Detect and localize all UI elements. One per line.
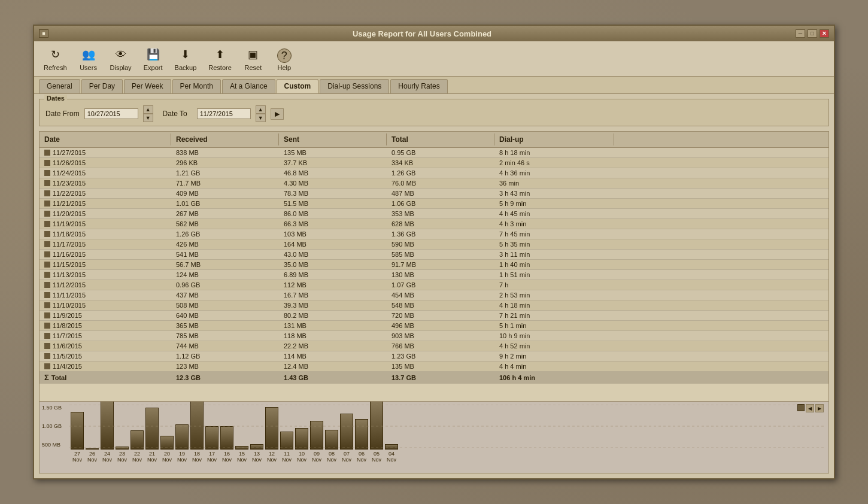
col-dialup: Dial-up	[494, 133, 614, 145]
cell-sent: 78.3 MB	[279, 189, 387, 198]
dates-container: Dates Date From ▲ ▼ Date To ▲ ▼ ▶	[39, 99, 829, 126]
table-row: 11/19/2015 562 MB 66.3 MB 628 MB 4 h 3 m…	[40, 219, 828, 229]
cell-total-total: 13.7 GB	[387, 372, 494, 383]
row-icon	[44, 292, 50, 298]
cell-received: 508 MB	[171, 300, 279, 310]
row-icon	[44, 201, 50, 207]
cell-sent: 112 MB	[279, 280, 387, 290]
chart-y-label-mid: 1.00 GB	[42, 423, 62, 429]
row-icon	[44, 363, 50, 369]
cell-date: 11/10/2015	[40, 300, 171, 310]
chart-bar	[101, 402, 114, 450]
chart-y-label-top: 1.50 GB	[42, 405, 62, 411]
tab-ataglance[interactable]: At a Glance	[222, 79, 275, 93]
cell-sent: 22.2 MB	[279, 341, 387, 351]
date-go-button[interactable]: ▶	[271, 108, 284, 120]
chart-x-labels: 27 Nov26 Nov24 Nov23 Nov22 Nov21 Nov20 N…	[40, 450, 828, 463]
restore-button[interactable]: ⬆ Restore	[204, 44, 236, 74]
row-icon	[44, 150, 50, 156]
cell-received: 437 MB	[171, 290, 279, 300]
tab-hourlyrates[interactable]: Hourly Rates	[390, 79, 447, 93]
tab-custom[interactable]: Custom	[277, 79, 319, 93]
cell-dialup: 9 h 2 min	[494, 351, 614, 361]
cell-total: 454 MB	[387, 290, 494, 300]
cell-date: 11/8/2015	[40, 321, 171, 330]
chart-x-label: 12 Nov	[265, 451, 278, 463]
row-icon	[44, 333, 50, 339]
display-button[interactable]: 👁 Display	[105, 44, 136, 74]
cell-dialup: 5 h 1 min	[494, 321, 614, 330]
cell-dialup: 5 h 35 min	[494, 239, 614, 249]
tab-general[interactable]: General	[39, 79, 80, 93]
cell-date: 11/16/2015	[40, 250, 171, 259]
reset-icon: ▣	[245, 46, 262, 63]
chart-x-label: 06 Nov	[355, 451, 368, 463]
cell-sent: 86.0 MB	[279, 209, 387, 218]
close-button[interactable]: ✕	[820, 29, 829, 38]
chart-bar	[235, 446, 248, 450]
users-button[interactable]: 👥 Users	[74, 44, 103, 74]
display-icon: 👁	[113, 46, 129, 63]
maximize-button[interactable]: □	[808, 29, 817, 38]
chart-bar	[295, 428, 308, 450]
date-to-down[interactable]: ▼	[256, 114, 266, 122]
cell-total: 1.26 GB	[387, 168, 494, 178]
cell-dialup: 1 h 51 min	[494, 270, 614, 280]
cell-received: 744 MB	[171, 341, 279, 351]
tab-perweek[interactable]: Per Week	[124, 79, 171, 93]
refresh-button[interactable]: ↻ Refresh	[39, 44, 72, 74]
backup-button[interactable]: ⬇ Backup	[170, 44, 202, 74]
cell-sent: 37.7 KB	[279, 158, 387, 168]
row-icon	[44, 262, 50, 268]
tab-dialup[interactable]: Dial-up Sessions	[320, 79, 389, 93]
cell-dialup: 7 h 21 min	[494, 311, 614, 320]
cell-received: 71.7 MB	[171, 178, 279, 188]
cell-dialup: 8 h 18 min	[494, 148, 614, 157]
tab-permonth[interactable]: Per Month	[172, 79, 221, 93]
chart-x-label: 07 Nov	[340, 451, 353, 463]
date-from-input[interactable]	[84, 108, 138, 119]
date-to-up[interactable]: ▲	[256, 105, 266, 114]
chart-y-label-bot: 500 MB	[42, 442, 62, 448]
chart-x-label: 26 Nov	[86, 451, 99, 463]
date-from-up[interactable]: ▲	[143, 105, 153, 114]
date-from-label: Date From	[45, 110, 80, 118]
cell-dialup: 2 min 46 s	[494, 158, 614, 168]
help-icon: ?	[277, 48, 292, 63]
data-table: Date Received Sent Total Dial-up 11/27/2…	[39, 131, 829, 402]
reset-button[interactable]: ▣ Reset	[239, 44, 268, 74]
row-icon	[44, 251, 50, 257]
date-to-input[interactable]	[197, 108, 251, 119]
cell-total: 91.7 MB	[387, 260, 494, 269]
table-row: 11/17/2015 426 MB 164 MB 590 MB 5 h 35 m…	[40, 239, 828, 250]
cell-received: 562 MB	[171, 219, 279, 229]
date-from-down[interactable]: ▼	[143, 114, 153, 122]
chart-bar	[220, 426, 233, 450]
tab-perday[interactable]: Per Day	[81, 79, 123, 93]
cell-sent: 4.30 MB	[279, 178, 387, 188]
chart-x-label: 10 Nov	[295, 451, 308, 463]
cell-received: 1.12 GB	[171, 351, 279, 361]
chart-bar	[205, 426, 218, 450]
cell-total: 0.95 GB	[387, 148, 494, 157]
minimize-button[interactable]: ─	[796, 29, 805, 38]
cell-received: 409 MB	[171, 189, 279, 198]
cell-sent: 118 MB	[279, 331, 387, 341]
row-icon	[44, 241, 50, 247]
content-area: Dates Date From ▲ ▼ Date To ▲ ▼ ▶ Dat	[34, 94, 834, 478]
chart-x-label: 09 Nov	[310, 451, 323, 463]
cell-dialup: 4 h 36 min	[494, 168, 614, 178]
title-bar: ■ Usage Report for All Users Combined ─ …	[34, 26, 834, 41]
chart-x-label: 27 Nov	[71, 451, 84, 463]
help-button[interactable]: ? Help	[270, 46, 299, 74]
col-sent: Sent	[279, 133, 387, 145]
cell-received: 0.96 GB	[171, 280, 279, 290]
cell-received: 267 MB	[171, 209, 279, 218]
cell-received: 296 KB	[171, 158, 279, 168]
chart-x-label: 17 Nov	[205, 451, 218, 463]
row-icon	[44, 221, 50, 227]
export-button[interactable]: 💾 Export	[139, 44, 168, 74]
table-row: 11/4/2015 123 MB 12.4 MB 135 MB 4 h 4 mi…	[40, 362, 828, 372]
table-body: 11/27/2015 838 MB 135 MB 0.95 GB 8 h 18 …	[40, 148, 828, 401]
chart-x-label: 23 Nov	[116, 451, 129, 463]
